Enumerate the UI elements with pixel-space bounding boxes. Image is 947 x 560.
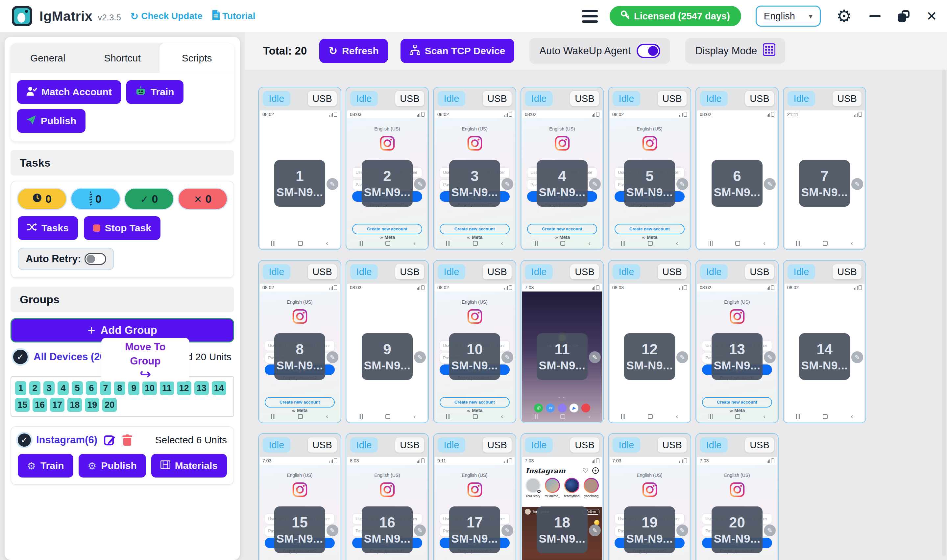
back-icon[interactable]: ‹ xyxy=(588,413,591,420)
task-counter-clock[interactable]: 0 xyxy=(18,189,66,209)
phone-screen[interactable]: 08:02 English (US)Username, email or mob… xyxy=(435,284,514,422)
refresh-button[interactable]: ↻ Refresh xyxy=(319,39,388,63)
phone-screen[interactable]: 7:03 English (US)Username, email or mobi… xyxy=(697,457,777,560)
home-icon[interactable] xyxy=(385,414,390,419)
unit-chip-5[interactable]: 5 xyxy=(72,381,83,395)
edit-device-icon[interactable]: ✎ xyxy=(676,178,688,190)
home-icon[interactable] xyxy=(385,241,390,246)
app-icon[interactable]: ✆ xyxy=(534,403,543,412)
phone-screen[interactable]: 08:03 English (US)Username, email or mob… xyxy=(347,111,427,248)
device-card-13[interactable]: Idle USB 08:02 English (US)Username, ema… xyxy=(696,260,779,423)
create-account-button[interactable]: Create new account xyxy=(614,224,685,234)
phone-screen[interactable]: 08:02 English (US)Username, email or mob… xyxy=(435,111,514,248)
edit-device-icon[interactable]: ✎ xyxy=(764,351,776,363)
publish-button[interactable]: Publish xyxy=(17,109,86,133)
unit-chip-9[interactable]: 9 xyxy=(128,381,139,395)
device-card-6[interactable]: Idle USB 08:02 ‹ 6 SM-N9... ✎ xyxy=(696,87,779,250)
auto-retry-toggle[interactable] xyxy=(85,253,106,265)
home-icon[interactable] xyxy=(648,241,653,246)
window-minimize-button[interactable] xyxy=(869,15,881,17)
app-icon[interactable] xyxy=(558,403,567,412)
phone-screen[interactable]: 08:02 ‹ 6 SM-N9... ✎ xyxy=(697,111,777,248)
edit-device-icon[interactable]: ✎ xyxy=(414,351,426,363)
device-card-7[interactable]: Idle USB 21:11 ‹ 7 SM-N9... ✎ xyxy=(783,87,866,250)
phone-screen[interactable]: 7:03 Tap for weather info• •✆✉▶‹ 11 SM-N… xyxy=(522,284,602,422)
unit-chip-11[interactable]: 11 xyxy=(160,381,174,395)
device-card-12[interactable]: Idle USB 08:03 ‹ 12 SM-N9... ✎ xyxy=(608,260,691,423)
match-account-button[interactable]: Match Account xyxy=(17,80,121,104)
phone-screen[interactable]: 9:11 English (US)Username, email or mobi… xyxy=(435,457,514,560)
back-icon[interactable]: ‹ xyxy=(588,240,591,246)
phone-screen[interactable]: 7:03 English (US)Username, email or mobi… xyxy=(610,457,690,560)
delete-group-icon[interactable] xyxy=(122,434,132,446)
device-card-3[interactable]: Idle USB 08:02 English (US)Username, ema… xyxy=(433,87,516,250)
edit-device-icon[interactable]: ✎ xyxy=(414,525,426,536)
edit-device-icon[interactable]: ✎ xyxy=(764,178,776,190)
move-to-group-button[interactable]: Move To Group ↪ xyxy=(101,338,189,382)
unit-chip-7[interactable]: 7 xyxy=(100,381,111,395)
back-icon[interactable]: ‹ xyxy=(413,240,416,246)
recents-icon[interactable] xyxy=(796,241,800,246)
unit-chip-16[interactable]: 16 xyxy=(32,398,47,412)
device-card-9[interactable]: Idle USB 08:03 ‹ 9 SM-N9... ✎ xyxy=(346,260,429,423)
phone-screen[interactable]: 08:02 ‹ 1 SM-N9... ✎ xyxy=(260,111,340,248)
edit-device-icon[interactable]: ✎ xyxy=(676,525,688,536)
story-item[interactable]: mr.anime_ xyxy=(544,478,560,505)
back-icon[interactable]: ‹ xyxy=(763,240,765,246)
create-account-button[interactable]: Create new account xyxy=(440,397,510,408)
recents-icon[interactable] xyxy=(534,414,538,419)
unit-chip-6[interactable]: 6 xyxy=(86,381,97,395)
phone-screen[interactable]: 7:03 English (US)Username, email or mobi… xyxy=(260,457,340,560)
recents-icon[interactable] xyxy=(534,241,538,246)
create-account-button[interactable]: Create new account xyxy=(265,397,335,408)
home-icon[interactable] xyxy=(735,414,740,419)
app-icon[interactable]: ▶ xyxy=(570,403,578,412)
unit-chip-19[interactable]: 19 xyxy=(85,398,99,412)
unit-chip-2[interactable]: 2 xyxy=(29,381,40,395)
stop-task-button[interactable]: Stop Task xyxy=(84,216,160,240)
tab-scripts[interactable]: Scripts xyxy=(160,43,234,73)
display-mode-control[interactable]: Display Mode xyxy=(685,38,785,64)
back-icon[interactable]: ‹ xyxy=(675,413,678,420)
recents-icon[interactable] xyxy=(446,241,451,246)
recents-icon[interactable] xyxy=(796,414,800,419)
home-icon[interactable] xyxy=(560,241,565,246)
device-card-2[interactable]: Idle USB 08:03 English (US)Username, ema… xyxy=(346,87,429,250)
auto-wakeup-toggle[interactable] xyxy=(637,44,660,58)
home-icon[interactable] xyxy=(560,414,565,419)
recents-icon[interactable] xyxy=(708,414,713,419)
settings-gear-icon[interactable]: ⚙ xyxy=(836,8,852,25)
create-account-button[interactable]: Create new account xyxy=(702,397,772,408)
recents-icon[interactable] xyxy=(621,241,625,246)
group-train-button[interactable]: ⚙Train xyxy=(18,454,73,477)
device-card-18[interactable]: Idle USB 7:03 Instagram♡ϟ+Your storymr.a… xyxy=(520,433,604,560)
back-icon[interactable]: ‹ xyxy=(325,413,328,420)
app-icon[interactable]: ✉ xyxy=(546,403,555,412)
phone-screen[interactable]: 08:02 English (US)Username, email or mob… xyxy=(697,284,777,422)
unit-chip-20[interactable]: 20 xyxy=(102,398,117,412)
edit-device-icon[interactable]: ✎ xyxy=(414,178,426,190)
back-icon[interactable]: ‹ xyxy=(850,240,853,246)
unit-chip-18[interactable]: 18 xyxy=(68,398,82,412)
edit-device-icon[interactable]: ✎ xyxy=(676,351,688,363)
device-card-14[interactable]: Idle USB 08:02 ‹ 14 SM-N9... ✎ xyxy=(783,260,866,423)
unit-chip-8[interactable]: 8 xyxy=(114,381,125,395)
back-icon[interactable]: ‹ xyxy=(675,240,678,246)
unit-chip-13[interactable]: 13 xyxy=(194,381,209,395)
create-account-button[interactable]: Create new account xyxy=(440,224,510,234)
train-button[interactable]: Train xyxy=(126,80,183,104)
back-icon[interactable]: ‹ xyxy=(500,413,503,420)
back-icon[interactable]: ‹ xyxy=(325,240,328,246)
edit-device-icon[interactable]: ✎ xyxy=(326,178,338,190)
app-icon[interactable] xyxy=(581,403,590,412)
edit-device-icon[interactable]: ✎ xyxy=(851,178,863,190)
phone-screen[interactable]: 08:02 English (US)Username, email or mob… xyxy=(260,284,340,422)
menu-icon[interactable] xyxy=(582,10,598,23)
group-materials-button[interactable]: Materials xyxy=(151,454,227,477)
back-icon[interactable]: ‹ xyxy=(850,413,853,420)
recents-icon[interactable] xyxy=(621,414,625,419)
device-card-1[interactable]: Idle USB 08:02 ‹ 1 SM-N9... ✎ xyxy=(258,87,341,250)
unit-chip-15[interactable]: 15 xyxy=(15,398,29,412)
tab-shortcut[interactable]: Shortcut xyxy=(85,43,160,73)
unit-chip-1[interactable]: 1 xyxy=(15,381,26,395)
